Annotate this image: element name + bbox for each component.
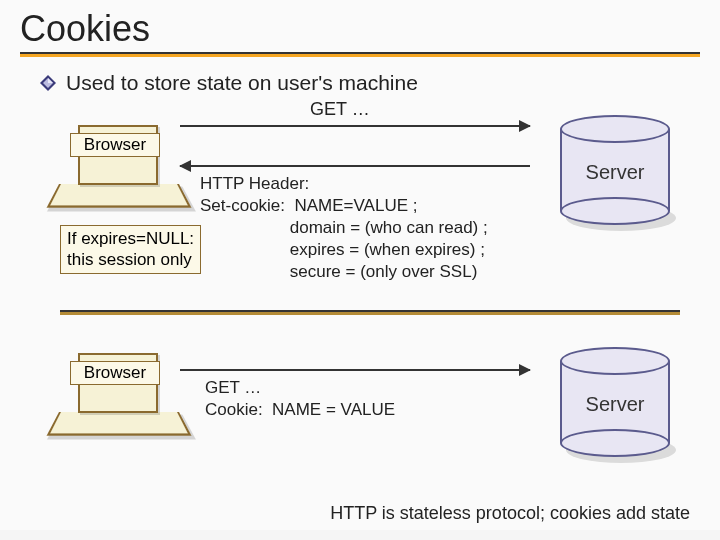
arrow-response <box>180 165 530 167</box>
http-cookie-block: GET … Cookie: NAME = VALUE <box>205 377 395 421</box>
section-divider <box>60 310 680 315</box>
bullet-text: Used to store state on user's machine <box>66 71 418 95</box>
bullet-row: Used to store state on user's machine <box>0 57 720 95</box>
arrow-get <box>180 125 530 127</box>
bottom-bar <box>0 530 720 540</box>
server-cylinder-icon: Server <box>560 115 670 225</box>
server-cylinder-icon: Server <box>560 347 670 457</box>
title-bar: Cookies <box>0 0 720 57</box>
diamond-bullet-icon <box>40 75 56 91</box>
server-label: Server <box>560 393 670 416</box>
footer-note: HTTP is stateless protocol; cookies add … <box>330 503 690 524</box>
arrow-get-cookie <box>180 369 530 371</box>
browser-laptop-icon: Browser <box>60 353 180 453</box>
diagram-stage-2: Browser Server GET … Cookie: NAME = VALU… <box>60 353 680 453</box>
arrow-get-label: GET … <box>310 99 370 120</box>
server-label: Server <box>560 161 670 184</box>
diagram-stage-1: Browser Server GET … HTTP Header: Set-co… <box>60 105 680 343</box>
browser-label: Browser <box>70 133 160 157</box>
page-title: Cookies <box>20 8 700 50</box>
browser-laptop-icon: Browser <box>60 125 180 225</box>
expires-null-callout: If expires=NULL: this session only <box>60 225 201 274</box>
http-set-cookie-block: HTTP Header: Set-cookie: NAME=VALUE ; do… <box>200 173 488 283</box>
browser-label: Browser <box>70 361 160 385</box>
